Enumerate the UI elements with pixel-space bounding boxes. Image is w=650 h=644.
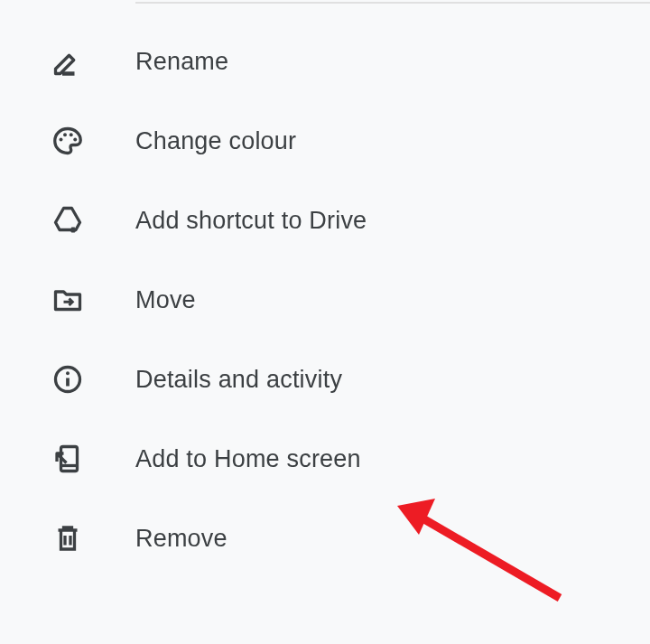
menu-item-label: Details and activity [135, 366, 342, 394]
menu-item-remove[interactable]: Remove [0, 499, 650, 578]
context-menu: Rename Change colour Add shortcut to Dri… [0, 4, 650, 578]
svg-point-3 [73, 138, 77, 142]
svg-point-0 [60, 138, 63, 142]
pencil-icon [50, 43, 86, 79]
menu-item-move[interactable]: Move [0, 260, 650, 340]
menu-item-label: Move [135, 286, 196, 314]
svg-point-1 [63, 133, 67, 136]
svg-point-6 [66, 371, 70, 375]
move-folder-icon [50, 282, 86, 318]
menu-item-add-shortcut-drive[interactable]: Add shortcut to Drive [0, 181, 650, 260]
add-home-screen-icon [50, 441, 86, 477]
menu-item-label: Add shortcut to Drive [135, 207, 367, 235]
drive-shortcut-icon [50, 202, 86, 238]
palette-icon [50, 123, 86, 159]
menu-item-details-activity[interactable]: Details and activity [0, 340, 650, 419]
menu-item-label: Rename [135, 48, 228, 76]
svg-point-2 [70, 133, 73, 136]
menu-item-rename[interactable]: Rename [0, 22, 650, 101]
menu-item-add-home-screen[interactable]: Add to Home screen [0, 419, 650, 499]
menu-item-change-colour[interactable]: Change colour [0, 101, 650, 181]
menu-item-label: Remove [135, 525, 228, 553]
menu-item-label: Change colour [135, 127, 296, 155]
trash-icon [50, 520, 86, 556]
menu-item-label: Add to Home screen [135, 445, 361, 473]
info-icon [50, 361, 86, 397]
